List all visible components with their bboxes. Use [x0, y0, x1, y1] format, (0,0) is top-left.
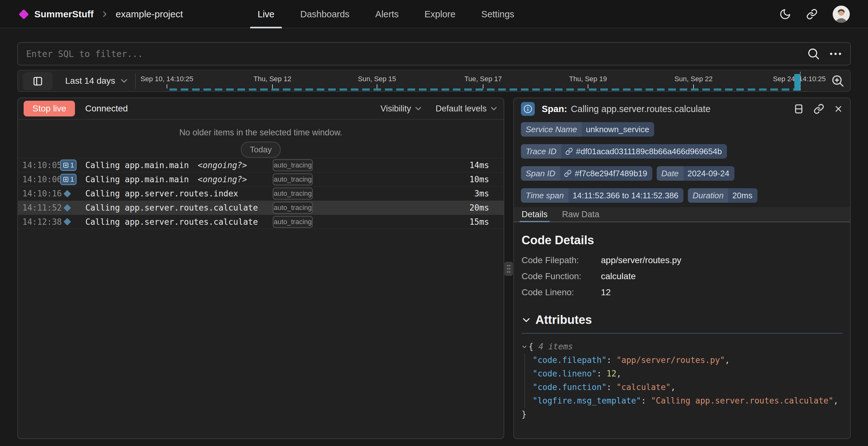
- sql-filter-input[interactable]: [26, 49, 807, 59]
- kv-value: 12: [601, 287, 611, 297]
- live-view-panel: Stop live Connected Visibility Default l…: [17, 98, 504, 439]
- tag-auto-tracing: auto_tracing: [273, 173, 313, 185]
- tab-raw-data[interactable]: Raw Data: [562, 207, 600, 222]
- json-key: "logfire.msg_template": [533, 396, 641, 405]
- json-key: "code.function": [533, 382, 607, 392]
- ongoing-indicator: <ongoing?>: [198, 161, 247, 170]
- attributes-section-header[interactable]: Attributes: [522, 313, 842, 327]
- child-count: 1: [70, 161, 74, 169]
- sidebar-toggle-icon[interactable]: [23, 72, 53, 90]
- tag-auto-tracing: auto_tracing: [273, 188, 313, 199]
- tab-dashboards[interactable]: Dashboards: [298, 0, 351, 28]
- search-icon[interactable]: [807, 47, 820, 60]
- org-name[interactable]: SummerStuff: [34, 9, 94, 20]
- json-key: "code.lineno": [533, 369, 597, 378]
- chevron-down-icon: [414, 104, 422, 113]
- tab-settings[interactable]: Settings: [479, 0, 516, 28]
- span-title: Span:Calling app.server.routes.calculate: [542, 104, 711, 114]
- badge-value[interactable]: #f7c8e294f7489b19: [560, 166, 652, 181]
- span-detail-header: Span:Calling app.server.routes.calculate: [514, 98, 850, 120]
- json-collapse-icon[interactable]: [522, 344, 527, 350]
- trace-expand-badge[interactable]: 1: [60, 160, 76, 171]
- log-timestamp: 14:10:06: [22, 175, 60, 184]
- badge-label: Span ID: [521, 166, 560, 181]
- tab-explore[interactable]: Explore: [423, 0, 457, 28]
- timeline-tick-label: Sun, Sep 22: [674, 75, 712, 83]
- link-icon[interactable]: [806, 8, 817, 20]
- code-function-row: Code Function: calculate: [522, 271, 842, 281]
- json-close-brace: }: [522, 408, 842, 421]
- default-levels-dropdown[interactable]: Default levels: [436, 104, 498, 114]
- span-title-prefix: Span:: [542, 104, 567, 114]
- tab-details[interactable]: Details: [522, 207, 548, 222]
- tab-alerts[interactable]: Alerts: [374, 0, 401, 28]
- log-timestamp: 14:10:16: [22, 189, 60, 198]
- log-message: Calling app.main.main: [85, 161, 189, 170]
- log-row[interactable]: 14:10:16 Calling app.server.routes.index…: [18, 186, 504, 200]
- moon-icon[interactable]: [779, 8, 791, 20]
- timeline-tick-label: Sun, Sep 15: [358, 75, 396, 83]
- panel-resize-handle[interactable]: [504, 262, 513, 276]
- span-bar-track: [318, 204, 463, 211]
- link-icon[interactable]: [813, 103, 824, 114]
- json-value: "Calling app.server.routes.calculate": [651, 396, 833, 405]
- info-icon: [521, 102, 535, 116]
- code-details-heading: Code Details: [522, 233, 842, 247]
- time-range-dropdown[interactable]: Last 14 days: [65, 70, 128, 91]
- zoom-in-icon[interactable]: [831, 70, 844, 91]
- span-diamond-icon: [63, 190, 71, 197]
- trace-id-value: #df01acad0311189c8b66a466d969654b: [576, 147, 722, 156]
- project-name[interactable]: example-project: [116, 9, 183, 20]
- code-details-table: Code Filepath: app/server/routes.py Code…: [522, 255, 842, 297]
- log-row-selected[interactable]: 14:11:52 Calling app.server.routes.calcu…: [18, 200, 504, 215]
- breadcrumb: SummerStuff example-project: [20, 0, 183, 28]
- span-duration: 14ms: [463, 161, 489, 170]
- trace-expand-badge[interactable]: 1: [60, 174, 76, 185]
- connection-status: Connected: [85, 103, 128, 114]
- log-message: Calling app.server.routes.calculate: [85, 217, 258, 227]
- chevron-down-icon: [120, 76, 128, 85]
- json-body: "code.filepath": "app/server/routes.py",…: [524, 353, 842, 408]
- empty-window-message: No older items in the selected time wind…: [18, 128, 504, 137]
- span-duration: 15ms: [463, 217, 489, 227]
- close-icon[interactable]: [834, 104, 843, 114]
- split-panel-icon[interactable]: [793, 103, 804, 114]
- badge-value[interactable]: #df01acad0311189c8b66a466d969654b: [561, 144, 727, 159]
- log-timestamp: 14:10:05: [22, 161, 60, 170]
- tab-live[interactable]: Live: [256, 0, 276, 28]
- today-button[interactable]: Today: [241, 141, 280, 158]
- log-row[interactable]: 14:10:06 1 Calling app.main.main <ongoin…: [18, 172, 504, 186]
- timeline-tick-label: Thu, Sep 12: [253, 75, 291, 83]
- kv-value: app/server/routes.py: [601, 255, 681, 265]
- json-entry: "code.lineno": 12,: [533, 367, 842, 381]
- span-duration: 3ms: [463, 189, 489, 198]
- avatar[interactable]: [833, 6, 850, 23]
- badge-label: Trace ID: [521, 144, 561, 159]
- live-panel-header: Stop live Connected Visibility Default l…: [18, 98, 504, 120]
- log-row[interactable]: 14:12:38 Calling app.server.routes.calcu…: [18, 215, 504, 229]
- child-count: 1: [70, 175, 74, 184]
- timeline-tick-label: Thu, Sep 19: [569, 75, 607, 83]
- log-timestamp: 14:11:52: [22, 203, 60, 213]
- json-value: "app/server/routes.py": [616, 355, 725, 365]
- span-duration: 10ms: [463, 175, 489, 184]
- code-filepath-row: Code Filepath: app/server/routes.py: [522, 255, 842, 265]
- log-message: Calling app.main.main: [85, 175, 189, 184]
- nav-actions: [779, 0, 850, 28]
- stop-live-button[interactable]: Stop live: [24, 101, 75, 117]
- timeline-tick: [588, 84, 588, 89]
- badge-label: Date: [657, 166, 683, 181]
- ellipsis-icon[interactable]: [829, 52, 842, 56]
- time-range-label: Last 14 days: [65, 76, 115, 86]
- badge-value: 20ms: [728, 188, 757, 203]
- json-key: "code.filepath": [533, 355, 607, 365]
- log-row[interactable]: 14:10:05 1 Calling app.main.main <ongoin…: [18, 158, 504, 172]
- kv-label: Code Filepath:: [522, 255, 601, 265]
- timeline-tick: [377, 84, 377, 89]
- tag-auto-tracing: auto_tracing: [273, 202, 313, 214]
- visibility-dropdown[interactable]: Visibility: [380, 104, 422, 114]
- span-title-message: Calling app.server.routes.calculate: [571, 104, 711, 114]
- json-value: 12: [607, 369, 616, 378]
- timeline-tick: [166, 84, 167, 89]
- tag-auto-tracing: auto_tracing: [273, 159, 313, 171]
